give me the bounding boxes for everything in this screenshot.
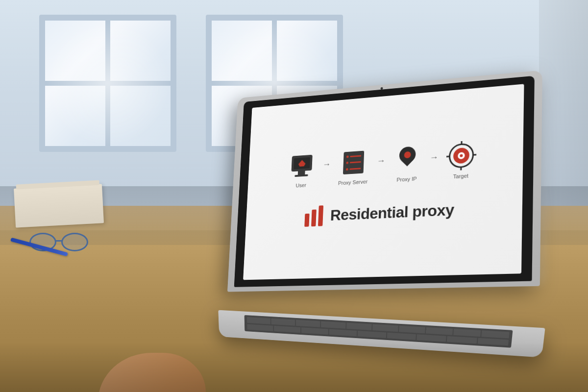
monitor-screen-inner [294, 157, 310, 170]
arrow-2: → [377, 156, 386, 166]
window-left [39, 15, 176, 152]
server-line-3 [349, 168, 361, 170]
window-glow [45, 21, 171, 146]
keyboard-rows [247, 317, 510, 345]
server-line-2 [350, 161, 361, 163]
target-notch-bottom [460, 166, 462, 170]
key [358, 331, 386, 338]
key [387, 332, 416, 340]
key [372, 324, 398, 332]
server-icon [340, 148, 367, 176]
target-label: Target [453, 173, 469, 180]
proxy-server-label: Proxy Server [338, 179, 368, 186]
residential-proxy-text: Residential proxy [330, 200, 454, 224]
screen-content: User → [243, 84, 524, 280]
arrow-1: → [322, 159, 331, 170]
diagram-item-user: User [289, 152, 315, 189]
bell-icon [298, 160, 306, 167]
diagram-item-proxy-ip: Proxy IP [393, 145, 421, 183]
server-row-1 [346, 155, 361, 158]
residential-proxy-row: Residential proxy [304, 199, 454, 227]
key [329, 329, 357, 336]
laptop-keyboard [245, 315, 513, 348]
camera-dot [381, 87, 383, 90]
key [247, 324, 273, 331]
key [426, 327, 453, 335]
location-pin-icon [393, 145, 421, 173]
user-label: User [295, 182, 306, 189]
logo-bar-1 [304, 214, 309, 227]
key [481, 330, 509, 338]
screen-bezel: User → [234, 76, 535, 287]
key [274, 325, 300, 333]
target-notch-top [461, 141, 462, 145]
laptop-body: User → [206, 78, 549, 363]
target-middle [453, 147, 469, 164]
server-row-3 [346, 167, 361, 171]
target-notch-left [446, 156, 450, 157]
laptop-screen: User → [243, 84, 524, 280]
server-line [350, 155, 361, 157]
pin-wrap [397, 146, 417, 172]
laptop-lid: User → [227, 70, 542, 292]
pin-head [396, 144, 419, 167]
room-scene: User → [0, 0, 588, 392]
logo-bar-3 [318, 205, 323, 226]
glasses-bridge [55, 240, 63, 242]
diagram-row: User → [289, 141, 476, 189]
laptop-base [218, 310, 545, 358]
target-center [460, 154, 463, 157]
server-dot-3 [346, 168, 348, 171]
arrow-3: → [429, 152, 439, 163]
residential-logo [304, 205, 323, 227]
proxy-ip-label: Proxy IP [396, 176, 416, 183]
monitor-icon [289, 152, 315, 180]
target-outer [448, 143, 474, 169]
monitor-body [292, 155, 313, 172]
server-dot-2 [346, 162, 348, 164]
server-icon-wrap [343, 151, 364, 174]
target-notch-right [472, 154, 476, 156]
logo-bar-2 [311, 209, 317, 226]
key [301, 327, 328, 335]
target-icon-wrap [448, 142, 474, 169]
papers-stack [14, 184, 104, 227]
glasses-lens-right [61, 233, 88, 251]
diagram-item-proxy-server: Proxy Server [338, 148, 369, 186]
key [399, 326, 425, 333]
key [453, 329, 481, 337]
target-inner [458, 152, 465, 159]
server-dot [346, 155, 349, 158]
diagram-item-target: Target [447, 141, 476, 180]
laptop: User → [206, 78, 549, 363]
server-row-2 [346, 161, 361, 165]
target-icon [447, 141, 475, 170]
